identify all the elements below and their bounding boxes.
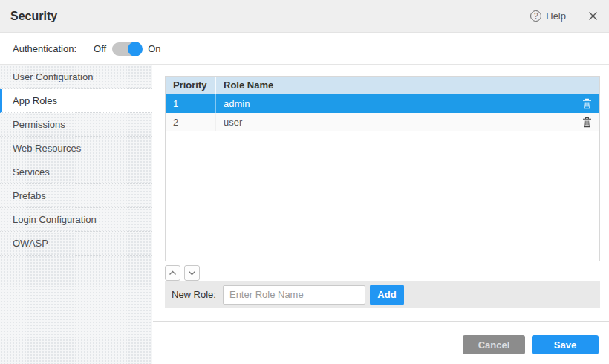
sidebar-item-services[interactable]: Services — [0, 160, 152, 184]
sidebar-item-user-configuration[interactable]: User Configuration — [0, 65, 152, 89]
cell-role-name: admin — [216, 94, 574, 113]
sidebar-item-app-roles[interactable]: App Roles — [0, 89, 152, 113]
help-circle-icon: ? — [530, 10, 541, 22]
cell-actions — [574, 94, 599, 113]
footer-divider — [153, 321, 609, 322]
title-bar: Security ? Help — [0, 0, 609, 33]
authentication-toggle[interactable] — [112, 42, 142, 56]
sidebar-item-web-resources[interactable]: Web Resources — [0, 137, 152, 160]
close-icon — [588, 11, 598, 21]
table-row-admin[interactable]: 1 admin — [166, 94, 599, 113]
column-header-priority: Priority — [166, 77, 216, 94]
save-button[interactable]: Save — [532, 335, 599, 354]
cancel-button[interactable]: Cancel — [463, 335, 525, 354]
move-up-button[interactable] — [165, 265, 180, 281]
chevron-down-icon — [188, 270, 196, 276]
cell-role-name: user — [216, 113, 574, 131]
chevron-up-icon — [169, 270, 177, 276]
cell-actions — [574, 113, 599, 131]
toggle-off-label: Off — [94, 43, 106, 54]
help-button[interactable]: ? Help — [530, 10, 566, 22]
trash-icon — [582, 98, 592, 109]
new-role-input[interactable] — [223, 285, 365, 305]
sidebar-item-owasp[interactable]: OWASP — [0, 232, 152, 256]
new-role-label: New Role: — [172, 289, 216, 300]
roles-table: Priority Role Name 1 admin 2 user — [165, 76, 600, 261]
cell-priority: 1 — [166, 94, 216, 113]
table-row-user[interactable]: 2 user — [166, 113, 599, 131]
new-role-bar: New Role: Add — [165, 281, 600, 308]
security-dialog: Security ? Help Authentication: Off On U… — [0, 0, 609, 364]
column-header-role-name: Role Name — [216, 77, 599, 94]
add-role-button[interactable]: Add — [370, 285, 404, 305]
app-roles-panel: Priority Role Name 1 admin 2 user — [153, 65, 609, 364]
help-label: Help — [546, 10, 566, 22]
sidebar-item-prefabs[interactable]: Prefabs — [0, 184, 152, 208]
cell-priority: 2 — [166, 113, 216, 131]
delete-role-button[interactable] — [581, 98, 593, 110]
move-down-button[interactable] — [184, 265, 200, 281]
toggle-on-label: On — [148, 43, 160, 54]
sidebar-item-login-configuration[interactable]: Login Configuration — [0, 208, 152, 232]
trash-icon — [582, 117, 592, 128]
table-header-row: Priority Role Name — [166, 77, 599, 94]
sidebar-item-permissions[interactable]: Permissions — [0, 113, 152, 137]
toggle-knob — [128, 42, 143, 56]
close-button[interactable] — [587, 10, 599, 22]
reorder-controls — [165, 265, 200, 281]
authentication-label: Authentication: — [13, 43, 76, 54]
delete-role-button[interactable] — [581, 116, 593, 128]
settings-sidebar: User Configuration App Roles Permissions… — [0, 65, 152, 364]
authentication-row: Authentication: Off On — [0, 33, 609, 65]
page-title: Security — [10, 10, 57, 23]
